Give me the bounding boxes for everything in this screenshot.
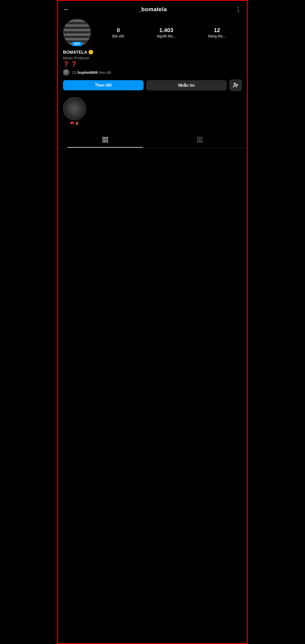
profile-section: MỚI 0 Bài viết 1.403 Người the... 12 Đan… (58, 16, 247, 47)
svg-rect-4 (106, 137, 108, 139)
bio-text: Music Producer (63, 56, 242, 60)
followers-stat[interactable]: 1.403 Người the... (157, 27, 176, 38)
svg-rect-3 (103, 137, 105, 139)
svg-rect-6 (106, 140, 108, 142)
content-area (58, 148, 247, 504)
following-count: 12 (208, 27, 226, 34)
tab-tagged[interactable] (152, 133, 247, 148)
mutual-avatar-image (63, 69, 70, 76)
svg-point-8 (199, 138, 201, 140)
avatar-container: MỚI (63, 19, 91, 47)
display-name: BOMATELA 😐 (63, 50, 242, 55)
mutual-text-after: theo dõi (98, 70, 111, 75)
action-buttons: Theo dõi Nhắn tin (58, 76, 247, 95)
svg-point-0 (234, 83, 236, 85)
followers-label: Người the... (157, 34, 176, 38)
add-friend-button[interactable] (229, 79, 242, 91)
tab-grid[interactable] (58, 133, 152, 148)
highlight-image (64, 98, 85, 120)
highlight-item[interactable]: 🎀 🧸 (63, 97, 86, 125)
highlight-circle (63, 97, 86, 120)
following-label: Đang the... (208, 34, 226, 38)
stats-container: 0 Bài viết 1.403 Người the... 12 Đang th… (96, 27, 242, 38)
back-button[interactable]: ← (63, 5, 70, 13)
grid-icon (102, 136, 109, 144)
highlights-section: 🎀 🧸 (58, 95, 247, 128)
mutual-username[interactable]: bnphm0609 (78, 70, 98, 75)
mutual-follow: Có bnphm0609 theo dõi (63, 69, 242, 76)
header-username: _bomatela (138, 6, 167, 13)
new-badge: MỚI (72, 42, 82, 46)
svg-rect-5 (103, 140, 105, 142)
following-stat[interactable]: 12 Đang the... (208, 27, 226, 38)
message-button[interactable]: Nhắn tin (146, 80, 227, 91)
tabs-section (58, 133, 247, 148)
posts-label: Bài viết (112, 34, 124, 38)
header: ← _bomatela ⋮ (58, 1, 247, 16)
tagged-icon (196, 136, 203, 144)
mutual-follow-text: Có bnphm0609 theo dõi (72, 70, 111, 75)
profile-top-row: MỚI 0 Bài viết 1.403 Người the... 12 Đan… (63, 19, 242, 47)
mutual-text-before: Có (72, 70, 78, 75)
bio-section: BOMATELA 😐 Music Producer ❓ ❓ Có bnphm06… (58, 47, 247, 76)
more-options-button[interactable]: ⋮ (235, 6, 242, 13)
highlight-label: 🎀 🧸 (63, 121, 86, 125)
followers-count: 1.403 (157, 27, 176, 34)
mutual-avatar (63, 69, 70, 76)
posts-count: 0 (112, 27, 124, 34)
svg-rect-7 (197, 137, 202, 142)
follow-button[interactable]: Theo dõi (63, 80, 144, 90)
bio-symbols: ❓ ❓ (63, 61, 242, 67)
posts-stat[interactable]: 0 Bài viết (112, 27, 124, 38)
